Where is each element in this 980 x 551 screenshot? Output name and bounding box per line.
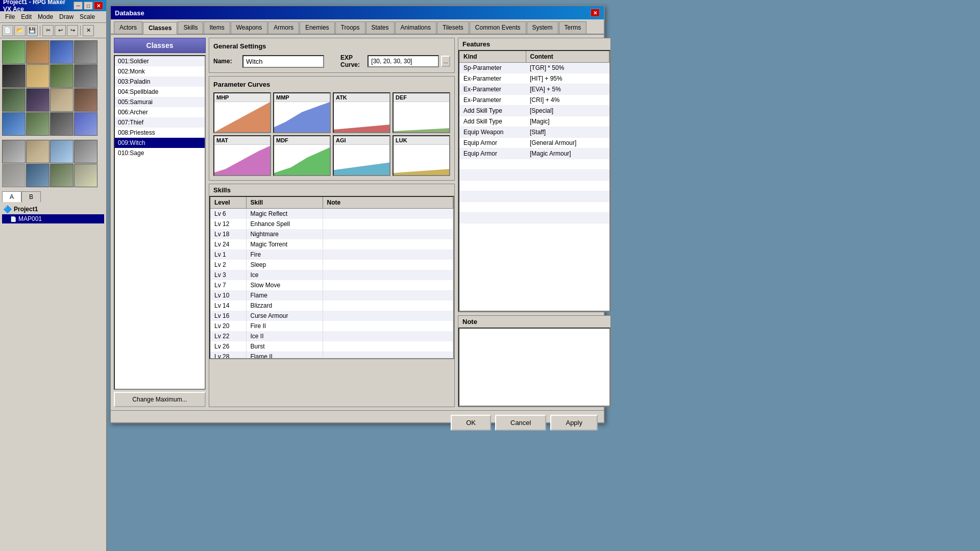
class-item-005[interactable]: 005:Samurai	[115, 97, 205, 107]
maximize-btn[interactable]: □	[84, 2, 93, 10]
tab-animations[interactable]: Animations	[395, 21, 436, 34]
left-tab-a[interactable]: A	[2, 191, 21, 202]
class-item-010[interactable]: 010:Sage	[115, 148, 205, 158]
tile-15[interactable]	[50, 112, 74, 136]
menu-mode[interactable]: Mode	[35, 12, 56, 21]
tile-19[interactable]	[50, 140, 74, 163]
tile-9[interactable]	[2, 88, 26, 112]
tab-terms[interactable]: Terms	[559, 21, 587, 34]
undo-btn[interactable]: ↩	[55, 25, 66, 36]
class-item-006[interactable]: 006:Archer	[115, 107, 205, 117]
tab-actors[interactable]: Actors	[114, 21, 142, 34]
class-item-008[interactable]: 008:Priestess	[115, 128, 205, 138]
tab-common-events[interactable]: Common Events	[470, 21, 526, 34]
menu-file[interactable]: File	[2, 12, 18, 21]
feature-row-4[interactable]: Ex-Parameter[CRI] + 4%	[459, 95, 609, 106]
class-item-007[interactable]: 007:Thief	[115, 117, 205, 128]
menu-edit[interactable]: Edit	[18, 12, 35, 21]
class-item-001[interactable]: 001:Soldier	[115, 56, 205, 66]
ok-btn[interactable]: OK	[451, 415, 491, 431]
dialog-close-btn[interactable]: ✕	[591, 9, 600, 17]
tab-troops[interactable]: Troops	[335, 21, 365, 34]
tile-24[interactable]	[74, 164, 97, 187]
class-item-009[interactable]: 009:Witch	[115, 138, 205, 148]
map-item[interactable]: 📄 MAP001	[2, 214, 104, 223]
exp-input[interactable]	[368, 55, 439, 67]
left-tab-b[interactable]: B	[21, 191, 41, 202]
tab-classes[interactable]: Classes	[143, 22, 177, 34]
tab-system[interactable]: System	[527, 21, 558, 34]
skill-row-11[interactable]: Lv 16Curse Armour	[210, 311, 453, 321]
class-item-004[interactable]: 004:Spellblade	[115, 87, 205, 97]
feature-row-5[interactable]: Add Skill Type[Special]	[459, 106, 609, 116]
tile-5[interactable]	[2, 64, 26, 88]
features-table-area[interactable]: Kind Content Sp-Parameter[TGR] * 50% Ex-…	[458, 50, 610, 312]
feature-row-1[interactable]: Sp-Parameter[TGR] * 50%	[459, 63, 609, 73]
tile-13[interactable]	[2, 112, 26, 136]
class-item-003[interactable]: 003:Paladin	[115, 77, 205, 87]
menu-draw[interactable]: Draw	[56, 12, 77, 21]
open-btn[interactable]: 📂	[14, 25, 26, 36]
name-input[interactable]	[242, 55, 324, 68]
tile-16[interactable]	[74, 112, 97, 136]
tile-22[interactable]	[26, 164, 50, 187]
tile-3[interactable]	[50, 40, 74, 64]
feature-row-8[interactable]: Equip Armor[General Armour]	[459, 138, 609, 148]
tab-skills[interactable]: Skills	[178, 21, 203, 34]
close-btn2[interactable]: ✕	[83, 25, 94, 36]
tab-armors[interactable]: Armors	[268, 21, 299, 34]
tile-20[interactable]	[74, 140, 97, 163]
tab-weapons[interactable]: Weapons	[231, 21, 267, 34]
tile-10[interactable]	[26, 88, 50, 112]
tile-14[interactable]	[26, 112, 50, 136]
redo-btn[interactable]: ↪	[67, 25, 78, 36]
skill-row-6[interactable]: Lv 2Sleep	[210, 260, 453, 270]
tile-2[interactable]	[26, 40, 50, 64]
skill-row-3[interactable]: Lv 18Nightmare	[210, 229, 453, 239]
minimize-btn[interactable]: ─	[74, 2, 83, 10]
skill-row-1[interactable]: Lv 6Magic Reflect	[210, 209, 453, 219]
new-btn[interactable]: 📄	[2, 25, 13, 36]
skill-row-13[interactable]: Lv 22Ice II	[210, 331, 453, 341]
tab-enemies[interactable]: Enemies	[300, 21, 335, 34]
save-btn[interactable]: 💾	[27, 25, 38, 36]
menu-scale[interactable]: Scale	[77, 12, 98, 21]
close-main-btn[interactable]: ✕	[94, 2, 103, 10]
cancel-btn[interactable]: Cancel	[495, 415, 546, 431]
class-item-002[interactable]: 002:Monk	[115, 66, 205, 77]
tile-6[interactable]	[26, 64, 50, 88]
feature-row-2[interactable]: Ex-Parameter[HIT] + 95%	[459, 73, 609, 84]
tile-18[interactable]	[26, 140, 50, 163]
skill-row-10[interactable]: Lv 14Blizzard	[210, 300, 453, 311]
tile-8[interactable]	[74, 64, 97, 88]
note-textarea[interactable]	[458, 328, 610, 407]
change-max-btn[interactable]: Change Maximum...	[114, 392, 206, 407]
cut-btn[interactable]: ✂	[42, 25, 54, 36]
skill-row-9[interactable]: Lv 10Flame	[210, 290, 453, 300]
feature-row-6[interactable]: Add Skill Type[Magic]	[459, 116, 609, 127]
feature-row-7[interactable]: Equip Weapon[Staff]	[459, 127, 609, 138]
tile-1[interactable]	[2, 40, 26, 64]
skill-row-8[interactable]: Lv 7Slow Move	[210, 280, 453, 290]
apply-btn[interactable]: Apply	[550, 415, 598, 431]
tab-states[interactable]: States	[366, 21, 395, 34]
skill-row-4[interactable]: Lv 24Magic Torrent	[210, 239, 453, 249]
feature-row-9[interactable]: Equip Armor[Magic Armour]	[459, 148, 609, 159]
skills-scroll[interactable]: Level Skill Note Lv 6Magic Reflect Lv 12…	[209, 196, 454, 359]
tab-items[interactable]: Items	[204, 21, 230, 34]
tile-23[interactable]	[50, 164, 74, 187]
classes-list[interactable]: 001:Soldier 002:Monk 003:Paladin 004:Spe…	[114, 55, 206, 390]
skill-row-14[interactable]: Lv 26Burst	[210, 341, 453, 352]
tile-21[interactable]	[2, 164, 26, 187]
tab-tilesets[interactable]: Tilesets	[437, 21, 469, 34]
exp-ellipsis-btn[interactable]: ...	[441, 56, 450, 67]
skill-row-2[interactable]: Lv 12Enhance Spell	[210, 219, 453, 229]
tile-11[interactable]	[50, 88, 74, 112]
tile-17[interactable]	[2, 140, 26, 163]
tile-12[interactable]	[74, 88, 97, 112]
tile-7[interactable]	[50, 64, 74, 88]
skill-row-5[interactable]: Lv 1Fire	[210, 249, 453, 260]
skill-row-12[interactable]: Lv 20Fire II	[210, 321, 453, 331]
feature-row-3[interactable]: Ex-Parameter[EVA] + 5%	[459, 84, 609, 95]
skill-row-7[interactable]: Lv 3Ice	[210, 270, 453, 280]
